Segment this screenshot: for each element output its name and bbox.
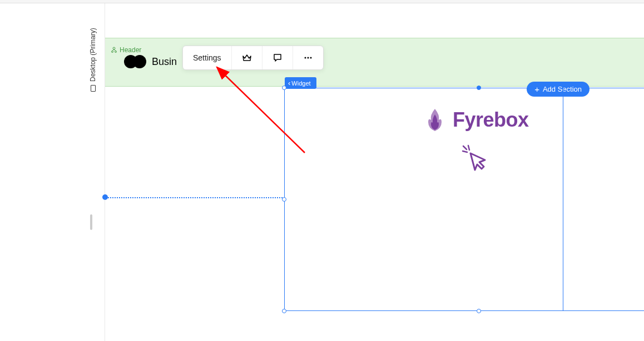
widget-badge[interactable]: Widget bbox=[285, 77, 316, 89]
svg-line-5 bbox=[463, 146, 467, 149]
add-section-button[interactable]: Add Section bbox=[527, 82, 589, 97]
svg-point-1 bbox=[112, 51, 113, 53]
fyrebox-brand-text: Fyrebox bbox=[453, 108, 529, 132]
viewport-text: Desktop (Primary) bbox=[89, 28, 97, 82]
svg-line-3 bbox=[468, 146, 469, 150]
desktop-icon bbox=[91, 85, 96, 92]
crown-button[interactable] bbox=[232, 46, 262, 69]
svg-point-8 bbox=[310, 57, 311, 59]
selection-handle-l[interactable] bbox=[282, 197, 286, 202]
comment-button[interactable] bbox=[262, 46, 293, 69]
header-section-label: Header bbox=[111, 46, 141, 54]
viewport-label[interactable]: Desktop (Primary) bbox=[89, 28, 97, 92]
fyrebox-widget-content: Fyrebox bbox=[424, 108, 529, 174]
logo-circle bbox=[133, 55, 146, 68]
svg-line-4 bbox=[463, 151, 467, 152]
crown-icon bbox=[242, 53, 252, 63]
more-icon bbox=[303, 53, 313, 63]
selection-handle-b[interactable] bbox=[477, 309, 481, 313]
selection-handle-bl[interactable] bbox=[282, 309, 286, 313]
widget-badge-text: Widget bbox=[291, 80, 310, 87]
element-toolbar: Settings bbox=[182, 46, 324, 70]
click-cursor-icon bbox=[460, 143, 492, 174]
add-section-label: Add Section bbox=[543, 85, 582, 93]
selection-handle-t[interactable] bbox=[477, 86, 481, 90]
side-resize-handle[interactable] bbox=[90, 214, 92, 230]
svg-point-6 bbox=[304, 57, 306, 59]
header-tree-icon bbox=[111, 47, 117, 53]
svg-point-2 bbox=[115, 51, 117, 53]
fyrebox-logo-row: Fyrebox bbox=[424, 108, 529, 132]
more-button[interactable] bbox=[293, 46, 323, 69]
fyrebox-flame-icon bbox=[424, 108, 446, 132]
business-name-text: Busin bbox=[152, 56, 177, 68]
svg-point-0 bbox=[113, 47, 115, 49]
svg-point-7 bbox=[307, 57, 309, 59]
column-divider[interactable] bbox=[563, 88, 563, 310]
settings-button[interactable]: Settings bbox=[183, 46, 232, 69]
logo-circles bbox=[124, 55, 146, 68]
alignment-guide-handle[interactable] bbox=[102, 194, 108, 200]
header-label-text: Header bbox=[120, 46, 141, 54]
widget-selection[interactable]: Widget Add Section Fyrebox bbox=[284, 88, 644, 311]
alignment-guide bbox=[105, 197, 285, 198]
selection-handle-tl[interactable] bbox=[282, 86, 286, 90]
business-logo-area[interactable]: Busin bbox=[124, 55, 177, 68]
comment-icon bbox=[273, 53, 283, 63]
settings-label: Settings bbox=[193, 53, 221, 62]
